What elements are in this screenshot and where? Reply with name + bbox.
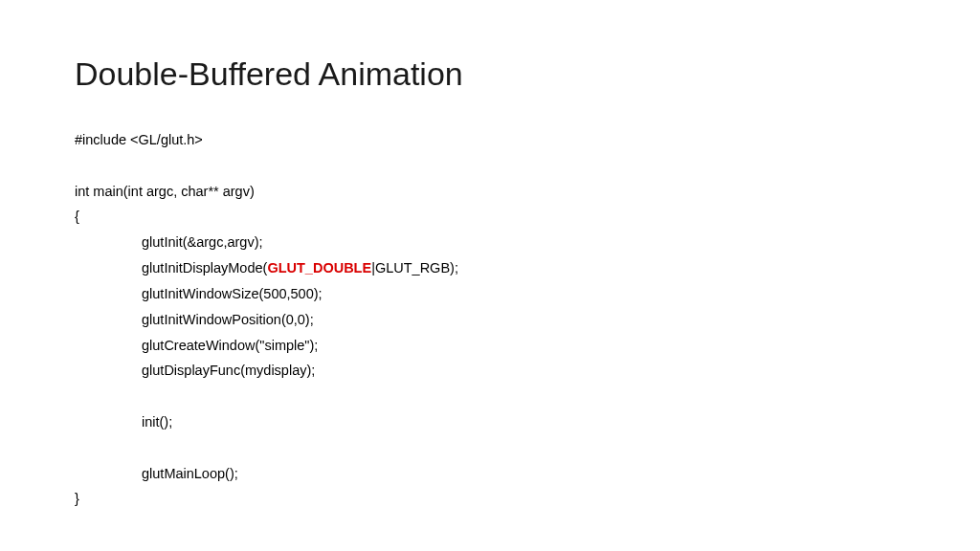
code-text-post: |GLUT_RGB); [371, 260, 458, 276]
blank-line [75, 153, 905, 179]
code-line-glutinit: glutInit(&argc,argv); [75, 230, 905, 255]
slide-title: Double-Buffered Animation [75, 55, 905, 93]
code-line-include: #include <GL/glut.h> [75, 127, 905, 153]
code-line-brace-close: } [75, 486, 905, 512]
code-line-displaymode: glutInitDisplayMode(GLUT_DOUBLE|GLUT_RGB… [75, 255, 905, 281]
blank-line [75, 435, 905, 461]
code-text-highlight: GLUT_DOUBLE [267, 260, 371, 276]
code-line-createwindow: glutCreateWindow("simple"); [75, 333, 905, 359]
code-line-windowpos: glutInitWindowPosition(0,0); [75, 307, 905, 333]
code-line-displayfunc: glutDisplayFunc(mydisplay); [75, 358, 905, 384]
blank-line [75, 384, 905, 409]
code-line-mainloop: glutMainLoop(); [75, 461, 905, 487]
code-text-pre: glutInitDisplayMode( [142, 260, 267, 276]
code-line-init: init(); [75, 409, 905, 435]
code-line-main-sig: int main(int argc, char** argv) [75, 179, 905, 205]
code-line-windowsize: glutInitWindowSize(500,500); [75, 281, 905, 307]
code-block: #include <GL/glut.h> int main(int argc, … [75, 127, 905, 512]
code-line-brace-open: { [75, 204, 905, 230]
